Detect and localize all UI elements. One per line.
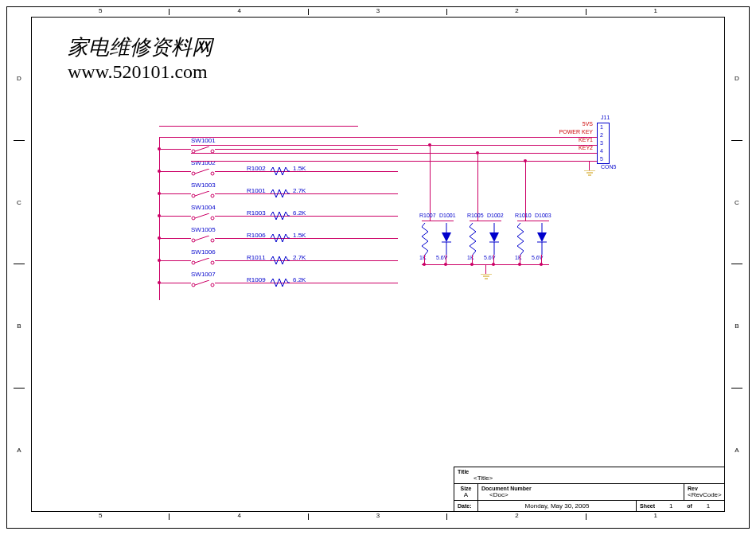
diode-ref: D1002 (487, 213, 504, 218)
tb-size: A (458, 491, 474, 498)
resistor-icon (271, 167, 290, 175)
wire (159, 149, 191, 150)
svg-line-5 (195, 169, 209, 174)
resistor-icon (271, 256, 290, 264)
svg-point-18 (192, 283, 195, 287)
wire (159, 137, 160, 300)
ruler-top: 5 4 3 2 1 (31, 7, 725, 17)
resistor-value: 6.2K (293, 276, 306, 283)
resistor-ref: R1011 (247, 254, 266, 261)
ruler-row: D (7, 17, 31, 141)
connector: 1 2 3 4 5 (597, 123, 610, 164)
tb-rev-label: Rev (688, 486, 721, 491)
resistor-value: 1K (515, 255, 522, 260)
wire (159, 171, 191, 172)
svg-line-8 (195, 191, 209, 196)
ruler-left: D C B A (7, 17, 31, 512)
tb-date-label: Date: (458, 503, 472, 509)
switch-ref: SW1007 (191, 271, 216, 278)
junction (524, 159, 527, 162)
wire (430, 145, 431, 221)
ruler-bottom: 5 4 3 2 1 (31, 512, 725, 521)
tb-size-label: Size (458, 486, 474, 491)
wire (191, 145, 597, 146)
ruler-col: 1 (586, 512, 725, 521)
resistor-icon (470, 223, 476, 255)
ruler-row: D (725, 17, 749, 141)
svg-point-3 (192, 172, 195, 175)
switch-ref: SW1003 (191, 182, 216, 189)
resistor-ref: R1006 (247, 232, 266, 239)
resistor-ref: R1010 (515, 213, 532, 218)
resistor-icon (422, 223, 428, 255)
wire (159, 137, 597, 138)
wire (477, 153, 478, 221)
resistor-value: 2.7K (293, 187, 306, 194)
resistor-value: 1K (467, 255, 474, 260)
net-label: KEY2 (545, 145, 593, 150)
svg-point-15 (192, 261, 195, 264)
tb-of-label: of (687, 503, 692, 509)
tb-of: 1 (696, 502, 721, 510)
svg-point-12 (192, 239, 195, 242)
ground-icon (481, 274, 492, 282)
wire (525, 161, 526, 221)
svg-line-17 (195, 258, 209, 263)
wire (159, 216, 191, 217)
svg-point-9 (192, 217, 195, 220)
ruler-col: 4 (170, 512, 308, 521)
wire (215, 238, 398, 239)
wire (422, 221, 454, 221)
wire (589, 161, 590, 170)
tb-title: <Title> (458, 474, 721, 482)
svg-line-20 (195, 280, 209, 285)
tb-doc: <Doc> (481, 491, 680, 498)
tb-rev: <RevCode> (688, 491, 721, 498)
resistor-icon (271, 234, 290, 242)
zener-diode-icon (537, 223, 547, 255)
connector-pin: 3 (598, 139, 609, 147)
resistor-ref: R1001 (247, 187, 266, 194)
svg-point-19 (211, 283, 214, 287)
ruler-row: B (725, 264, 749, 389)
net-label: 5VS (545, 121, 593, 127)
schematic: SW1001 SW1002 SW1003 SW1004 SW1005 (159, 137, 653, 328)
connector-pin: 4 (598, 147, 609, 155)
wire (215, 171, 398, 172)
resistor-ref: R1003 (247, 209, 266, 217)
wire (215, 193, 398, 194)
switch-ref: SW1004 (191, 204, 216, 211)
net-label: POWER KEY (545, 129, 593, 135)
switch-icon (191, 167, 215, 177)
resistor-icon (517, 223, 524, 255)
ruler-col: 2 (447, 7, 586, 17)
wire (215, 260, 398, 261)
ruler-col: 2 (447, 512, 586, 521)
switch-icon (191, 189, 215, 199)
tb-doc-label: Document Number (481, 486, 680, 491)
ruler-row: A (7, 389, 31, 513)
resistor-value: 1.5K (293, 165, 306, 172)
wire (159, 238, 191, 239)
tb-sheet-label: Sheet (640, 503, 655, 509)
wire (191, 153, 597, 154)
switch-icon (191, 234, 215, 244)
tb-date: Monday, May 30, 2005 (525, 502, 590, 510)
resistor-value: 6.2K (293, 209, 306, 217)
tb-title-label: Title (458, 469, 721, 474)
connector-type: CON5 (601, 164, 616, 170)
wire (215, 149, 398, 150)
wire (215, 283, 398, 283)
watermark-chinese: 家电维修资料网 (68, 33, 212, 61)
net-label: KEY1 (545, 137, 593, 143)
junction (428, 143, 431, 146)
svg-marker-22 (442, 232, 451, 242)
junction (476, 151, 479, 154)
svg-line-2 (195, 146, 209, 151)
svg-point-13 (211, 239, 214, 242)
switch-ref: SW1006 (191, 248, 216, 256)
resistor-ref: R1007 (419, 213, 436, 218)
svg-marker-30 (537, 232, 547, 242)
switch-ref: SW1005 (191, 226, 216, 233)
switch-ref: SW1001 (191, 137, 216, 144)
